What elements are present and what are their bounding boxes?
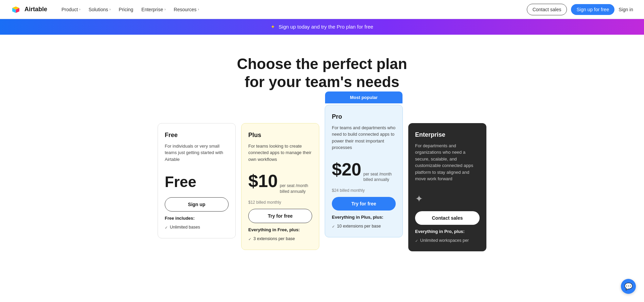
- nav-solutions[interactable]: Solutions ›: [85, 5, 114, 14]
- sparkle-icon: ✦: [415, 194, 423, 204]
- nav-product[interactable]: Product ›: [58, 5, 84, 14]
- nav-actions: Contact sales Sign up for free Sign in: [527, 4, 633, 15]
- plan-pro: Most popular Pro For teams and departmen…: [325, 105, 403, 238]
- contact-sales-button[interactable]: Contact sales: [527, 4, 567, 15]
- plan-pro-price-container: $20 per seat /monthbilled annually: [332, 159, 396, 183]
- plan-plus-price-meta: per seat /monthbilled annually: [280, 183, 308, 195]
- airtable-logo-icon: [11, 4, 22, 15]
- plan-enterprise: Enterprise For departments and organizat…: [408, 123, 486, 251]
- enterprise-contact-button[interactable]: Contact sales: [415, 211, 480, 225]
- promo-banner[interactable]: ✦ Sign up today and try the Pro plan for…: [0, 19, 644, 35]
- plan-pro-price: $20: [332, 159, 361, 180]
- plan-pro-desc: For teams and departments who need to bu…: [332, 124, 396, 151]
- most-popular-badge: Most popular: [325, 91, 402, 103]
- plan-plus-price: $10: [248, 171, 278, 191]
- plus-try-free-button[interactable]: Try for free: [248, 209, 312, 223]
- check-icon: ✓: [332, 224, 335, 229]
- plan-plus-price-container: $10 per seat /monthbilled annually: [248, 171, 312, 195]
- plan-plus: Plus For teams looking to create connect…: [241, 123, 319, 250]
- plan-pro-price-meta: per seat /monthbilled annually: [363, 171, 392, 183]
- hero-section: Choose the perfect plan for your team's …: [0, 35, 644, 105]
- plan-free-desc: For individuals or very small teams just…: [165, 143, 229, 163]
- chevron-down-icon: ›: [109, 7, 110, 11]
- free-feature-1: ✓ Unlimited bases: [165, 225, 229, 230]
- plan-free-title: Free: [165, 132, 229, 139]
- pro-feature-1: ✓ 10 extensions per base: [332, 224, 396, 229]
- chevron-down-icon: ›: [198, 7, 199, 11]
- banner-text: Sign up today and try the Pro plan for f…: [279, 24, 373, 30]
- plan-enterprise-title: Enterprise: [415, 131, 480, 138]
- nav-links: Product › Solutions › Pricing Enterprise…: [58, 5, 527, 14]
- plus-feature-1: ✓ 3 extensions per base: [248, 236, 312, 241]
- plan-plus-monthly: $12 billed monthly: [248, 200, 312, 205]
- logo[interactable]: Airtable: [11, 4, 47, 15]
- check-icon: ✓: [415, 239, 418, 243]
- check-icon: ✓: [248, 237, 251, 241]
- plan-free-price: Free: [165, 173, 196, 190]
- enterprise-includes-label: Everything in Pro, plus:: [415, 229, 480, 234]
- plan-plus-title: Plus: [248, 132, 312, 139]
- star-icon: ✦: [271, 24, 275, 30]
- nav-enterprise[interactable]: Enterprise ›: [138, 5, 169, 14]
- hero-title: Choose the perfect plan for your team's …: [7, 55, 637, 91]
- chevron-down-icon: ›: [164, 7, 165, 11]
- plus-includes-label: Everything in Free, plus:: [248, 227, 312, 232]
- nav-pricing[interactable]: Pricing: [115, 5, 137, 14]
- free-signup-button[interactable]: Sign up: [165, 197, 229, 212]
- pro-includes-label: Everything in Plus, plus:: [332, 215, 396, 220]
- pricing-cards: Free For individuals or very small teams…: [158, 105, 486, 251]
- plan-pro-monthly: $24 billed monthly: [332, 188, 396, 193]
- plan-plus-desc: For teams looking to create connected ap…: [248, 143, 312, 163]
- free-includes-label: Free includes:: [165, 216, 229, 221]
- nav-resources[interactable]: Resources ›: [171, 5, 202, 14]
- navigation: Airtable Product › Solutions › Pricing E…: [0, 0, 644, 19]
- pricing-section: Free For individuals or very small teams…: [0, 105, 644, 265]
- plan-enterprise-desc: For departments and organizations who ne…: [415, 142, 480, 182]
- signup-free-button[interactable]: Sign up for free: [571, 4, 614, 15]
- plan-pro-title: Pro: [332, 113, 396, 120]
- logo-text: Airtable: [24, 6, 47, 13]
- check-icon: ✓: [165, 225, 168, 230]
- chevron-down-icon: ›: [79, 7, 80, 11]
- signin-link[interactable]: Sign in: [619, 7, 633, 12]
- plan-free: Free For individuals or very small teams…: [158, 123, 236, 239]
- enterprise-feature-1: ✓ Unlimited workspaces per: [415, 238, 480, 243]
- pro-try-free-button[interactable]: Try for free: [332, 197, 396, 211]
